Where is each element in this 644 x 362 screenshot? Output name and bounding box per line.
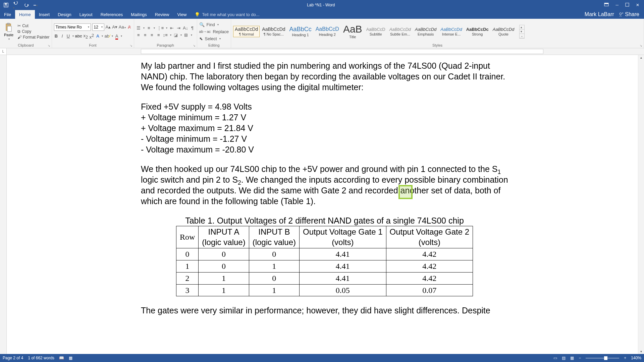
- style-item[interactable]: AaBbCcDdQuote: [491, 26, 516, 37]
- tab-view[interactable]: View: [173, 10, 191, 19]
- style-item[interactable]: AaBbCcDSubtitle: [365, 26, 387, 37]
- copy-button[interactable]: ⧉Copy: [17, 29, 49, 34]
- show-marks-button[interactable]: ¶: [190, 25, 195, 31]
- qat-customize-button[interactable]: ═▾: [34, 3, 38, 7]
- close-button[interactable]: ✕: [636, 3, 639, 7]
- scroll-up-icon[interactable]: ▴: [640, 55, 643, 60]
- justify-button[interactable]: ≡: [156, 33, 161, 38]
- save-icon[interactable]: [3, 2, 9, 8]
- read-mode-icon[interactable]: ▭: [553, 356, 557, 360]
- minimize-button[interactable]: ─: [615, 3, 619, 7]
- dialog-launcher-icon[interactable]: ↘: [130, 44, 132, 47]
- find-button[interactable]: 🔍Find▾: [199, 22, 229, 27]
- style-item[interactable]: AaBbCcDd¶ Normal: [233, 26, 260, 37]
- tab-references[interactable]: References: [97, 10, 127, 19]
- style-item[interactable]: AaBbCcDcStrong: [465, 26, 490, 37]
- font-size-combo[interactable]: 12▾: [92, 23, 104, 31]
- zoom-level[interactable]: 140%: [631, 356, 641, 360]
- ribbon-display-icon[interactable]: [604, 3, 609, 7]
- vertical-scrollbar[interactable]: ▴ ▾: [638, 55, 644, 354]
- document-viewport[interactable]: My lab partner and I first studied the p…: [7, 55, 638, 354]
- highlight-button[interactable]: ab⁄: [104, 34, 110, 39]
- shrink-font-button[interactable]: A▾: [112, 24, 117, 29]
- table-row: 2104.414.42: [176, 272, 473, 284]
- macro-icon[interactable]: ▦: [69, 356, 72, 360]
- tab-mailings[interactable]: Mailings: [127, 10, 151, 19]
- title-bar: ▾ ═▾ Lab ^N1 - Word ─ ✕: [0, 0, 644, 10]
- style-item[interactable]: AaBTitle: [341, 23, 364, 40]
- change-case-button[interactable]: Aa▾: [119, 24, 126, 29]
- sort-button[interactable]: A↓: [183, 25, 188, 31]
- horizontal-ruler[interactable]: L: [0, 48, 644, 55]
- shading-button[interactable]: ◪: [173, 33, 178, 38]
- print-layout-icon[interactable]: ▤: [562, 356, 566, 360]
- spellcheck-icon[interactable]: 📖: [59, 356, 64, 360]
- body-text: My lab partner and I first studied the p…: [141, 60, 508, 93]
- dialog-launcher-icon[interactable]: ↘: [193, 44, 196, 47]
- share-button[interactable]: Share: [619, 11, 639, 17]
- font-name-combo[interactable]: Times New Ro▾: [54, 23, 91, 31]
- text-effects-button[interactable]: A: [95, 34, 100, 39]
- borders-button[interactable]: ⊞: [184, 33, 189, 38]
- tab-insert[interactable]: Insert: [35, 10, 54, 19]
- style-item[interactable]: AaBbCcDdIntense E...: [439, 26, 464, 37]
- body-text: We then hooked up our 74LS00 chip to the…: [141, 164, 508, 206]
- increase-indent-button[interactable]: ⇥: [176, 25, 181, 31]
- align-center-button[interactable]: ≡: [143, 33, 148, 38]
- page-indicator[interactable]: Page 2 of 4: [3, 356, 23, 360]
- tab-layout[interactable]: Layout: [75, 10, 97, 19]
- subscript-button[interactable]: x2: [83, 33, 88, 40]
- search-icon: 🔍: [199, 22, 205, 27]
- style-gallery[interactable]: AaBbCcDd¶ NormalAaBbCcDd¶ No Spac...AaBb…: [233, 23, 516, 40]
- maximize-button[interactable]: [625, 3, 629, 7]
- zoom-slider[interactable]: [586, 358, 619, 359]
- multilevel-list-button[interactable]: ⋮≡: [157, 25, 164, 31]
- strikethrough-button[interactable]: abc: [75, 34, 82, 39]
- scroll-down-icon[interactable]: ▾: [640, 349, 643, 354]
- style-item[interactable]: AaBbCcDHeading 2: [314, 25, 341, 38]
- tell-me-search[interactable]: 💡Tell me what you want to do...: [191, 10, 584, 19]
- replace-button[interactable]: ab→acReplace: [199, 29, 229, 34]
- grow-font-button[interactable]: A▴: [106, 24, 111, 29]
- style-item[interactable]: AaBbCcHeading 1: [288, 25, 313, 38]
- tab-home[interactable]: Home: [15, 10, 35, 19]
- styles-expand[interactable]: ▴▾⌄: [519, 25, 525, 39]
- bold-button[interactable]: B: [54, 34, 59, 39]
- line-spacing-button[interactable]: ↕≡: [163, 33, 168, 38]
- paste-button[interactable]: Paste▾: [2, 22, 15, 41]
- tab-design[interactable]: Design: [54, 10, 75, 19]
- font-color-button[interactable]: A: [114, 34, 119, 39]
- tab-file[interactable]: File: [0, 10, 15, 19]
- vertical-ruler[interactable]: [0, 55, 7, 354]
- format-painter-button[interactable]: 🖌Format Painter: [17, 35, 49, 40]
- word-count[interactable]: 1 of 662 words: [28, 356, 54, 360]
- cut-button[interactable]: ✂Cut: [17, 23, 49, 28]
- number-list-button[interactable]: ≡: [147, 25, 151, 31]
- zoom-in-button[interactable]: +: [624, 356, 626, 360]
- web-layout-icon[interactable]: ▦: [570, 356, 574, 360]
- svg-rect-5: [604, 3, 608, 4]
- style-item[interactable]: AaBbCcDdEmphasis: [413, 26, 438, 37]
- redo-button[interactable]: [24, 3, 30, 7]
- align-right-button[interactable]: ≡: [150, 33, 154, 38]
- italic-button[interactable]: I: [60, 34, 65, 39]
- dialog-launcher-icon[interactable]: ↘: [640, 44, 642, 47]
- style-item[interactable]: AaBbCcDdSubtle Em...: [388, 26, 413, 37]
- superscript-button[interactable]: x2: [89, 33, 94, 40]
- select-button[interactable]: ⬉Select▾: [199, 36, 229, 41]
- tab-review[interactable]: Review: [151, 10, 173, 19]
- tab-selector[interactable]: L: [0, 48, 7, 55]
- clear-formatting-button[interactable]: A̷: [127, 24, 132, 29]
- decrease-indent-button[interactable]: ⇤: [169, 25, 174, 31]
- bullet-list-button[interactable]: ☰: [136, 25, 141, 31]
- undo-button[interactable]: ▾: [13, 0, 20, 10]
- style-item[interactable]: AaBbCcDd¶ No Spac...: [260, 26, 287, 37]
- align-left-button[interactable]: ≡: [136, 33, 141, 38]
- group-editing: 🔍Find▾ ab→acReplace ⬉Select▾ Editing: [197, 19, 231, 48]
- user-name[interactable]: Mark LaBarr: [585, 11, 614, 17]
- data-table: Row INPUT A(logic value) INPUT B(logic v…: [176, 226, 473, 296]
- zoom-out-button[interactable]: −: [579, 356, 581, 360]
- underline-button[interactable]: U: [66, 34, 71, 39]
- body-text: + Voltage maximum = 21.84 V: [141, 123, 508, 133]
- dialog-launcher-icon[interactable]: ↘: [48, 44, 50, 47]
